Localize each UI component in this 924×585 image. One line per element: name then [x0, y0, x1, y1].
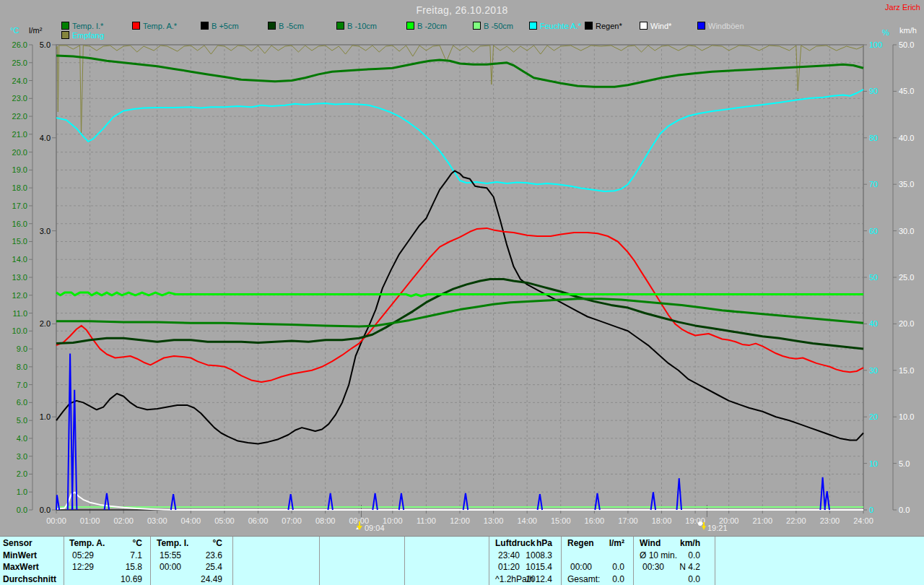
- table-col-wind: Windkm/h Ø 10 min.0.0 00:30N 4.2 0.0: [635, 537, 713, 585]
- table-label-minwert: MinWert: [3, 550, 62, 562]
- avg-value: 10.69: [121, 573, 142, 585]
- min-time: 05:29: [72, 550, 94, 562]
- svg-text:04:00: 04:00: [181, 516, 201, 525]
- svg-text:0.0: 0.0: [899, 506, 910, 514]
- min-value: 7.1: [130, 550, 142, 562]
- chart-gridlines: [56, 45, 863, 510]
- svg-text:2.0: 2.0: [17, 469, 27, 478]
- col-unit: km/h: [680, 537, 700, 550]
- svg-text:05:00: 05:00: [214, 516, 235, 525]
- svg-text:4.0: 4.0: [17, 434, 27, 443]
- min-value: 0.0: [688, 550, 700, 562]
- svg-text:5.0: 5.0: [899, 459, 910, 468]
- svg-text:40.0: 40.0: [899, 134, 914, 142]
- min-time: 15:55: [160, 550, 181, 562]
- svg-text:0.0: 0.0: [17, 506, 27, 514]
- max-value: 25.4: [206, 561, 222, 573]
- svg-text:02:00: 02:00: [113, 516, 134, 525]
- min-value: 1008.3: [526, 550, 552, 562]
- table-row-labels: Sensor MinWert MaxWert Durchschnitt: [3, 537, 62, 585]
- svg-text:7.0: 7.0: [17, 381, 27, 389]
- svg-text:11:00: 11:00: [417, 516, 436, 525]
- sunset-marker: 19:21: [697, 521, 728, 534]
- svg-text:10.0: 10.0: [899, 412, 914, 421]
- avg-value: 1012.4: [526, 573, 552, 585]
- svg-text:12.0: 12.0: [12, 291, 27, 300]
- svg-text:25.0: 25.0: [12, 58, 27, 67]
- svg-text:11.0: 11.0: [12, 309, 27, 318]
- svg-text:12:00: 12:00: [450, 516, 470, 525]
- svg-text:40: 40: [869, 319, 878, 328]
- table-col-temp-i: Temp. I.°C 15:5523.6 00:0025.4 24.49: [152, 537, 228, 585]
- max-value: N 4.2: [679, 561, 700, 573]
- svg-text:16:00: 16:00: [585, 516, 605, 525]
- svg-text:25.0: 25.0: [899, 273, 914, 282]
- sunset-icon: [697, 521, 707, 534]
- avg-value: 24.49: [201, 573, 222, 585]
- svg-text:01:00: 01:00: [80, 516, 100, 525]
- avg-value: 0.0: [612, 573, 624, 585]
- max-time: 01:20: [498, 561, 520, 573]
- svg-text:15.0: 15.0: [899, 366, 914, 375]
- svg-text:14:00: 14:00: [517, 516, 537, 525]
- col-unit: l/m²: [609, 537, 624, 550]
- max-time: 12:29: [72, 561, 94, 573]
- svg-text:21.0: 21.0: [12, 130, 27, 139]
- svg-text:18:00: 18:00: [652, 516, 672, 525]
- temp-axis-labels: 0.01.02.03.04.05.06.07.08.09.010.011.012…: [12, 40, 32, 514]
- svg-text:70: 70: [869, 180, 878, 188]
- svg-text:20: 20: [869, 412, 878, 421]
- svg-text:5.0: 5.0: [40, 40, 51, 49]
- svg-text:10.0: 10.0: [12, 326, 27, 335]
- min-time: 23:40: [498, 550, 520, 562]
- svg-text:22:00: 22:00: [786, 516, 806, 525]
- col-title: Wind: [640, 537, 661, 550]
- svg-text:18.0: 18.0: [12, 183, 27, 192]
- table-col-temp-a: Temp. A.°C 05:297.1 12:2915.8 10.69: [65, 537, 148, 585]
- svg-text:22.0: 22.0: [12, 112, 27, 121]
- svg-text:08:00: 08:00: [315, 516, 336, 525]
- col-title: Temp. I.: [157, 537, 188, 550]
- max-value: 0.0: [612, 561, 624, 573]
- svg-text:17:00: 17:00: [618, 516, 638, 525]
- svg-text:4.0: 4.0: [40, 134, 51, 142]
- svg-text:50: 50: [869, 273, 878, 282]
- sunrise-icon: [355, 521, 365, 534]
- svg-text:13.0: 13.0: [12, 273, 27, 282]
- svg-text:03:00: 03:00: [147, 516, 167, 525]
- svg-text:60: 60: [869, 227, 878, 235]
- svg-text:23:00: 23:00: [820, 516, 840, 525]
- col-unit: hPa: [536, 537, 552, 550]
- min-label: Ø 10 min.: [640, 550, 677, 562]
- weather-station-window: Freitag, 26.10.2018 Jarz Erich °C l/m² %…: [0, 0, 924, 585]
- svg-text:26.0: 26.0: [12, 40, 27, 49]
- max-time: 00:00: [570, 561, 592, 573]
- svg-text:24:00: 24:00: [853, 516, 873, 525]
- time-axis-labels: 00:0001:0002:0003:0004:0005:0006:0007:00…: [46, 510, 873, 525]
- sunset-time-label: 19:21: [707, 524, 728, 532]
- series-windboeen-spikes: [56, 354, 829, 510]
- svg-text:07:00: 07:00: [282, 516, 302, 525]
- sunrise-time-label: 09:04: [365, 524, 385, 532]
- table-col-luftdruck: LuftdruckhPa 23:401008.3 01:201015.4 ^1.…: [491, 537, 558, 585]
- svg-text:24.0: 24.0: [12, 77, 27, 85]
- svg-text:2.0: 2.0: [40, 319, 51, 328]
- svg-text:50.0: 50.0: [899, 40, 914, 49]
- table-label-sensor: Sensor: [3, 537, 62, 550]
- weather-chart-svg: 0.01.02.03.04.05.06.07.08.09.010.011.012…: [0, 0, 924, 536]
- svg-text:16.0: 16.0: [12, 220, 27, 228]
- svg-text:13:00: 13:00: [484, 516, 504, 525]
- chart-area: 0.01.02.03.04.05.06.07.08.09.010.011.012…: [0, 0, 924, 536]
- svg-text:1.0: 1.0: [40, 412, 51, 421]
- svg-text:19.0: 19.0: [12, 165, 27, 174]
- svg-text:5.0: 5.0: [17, 416, 27, 425]
- svg-text:3.0: 3.0: [40, 227, 51, 235]
- max-time: 00:30: [642, 561, 664, 573]
- svg-text:1.0: 1.0: [17, 488, 27, 496]
- svg-text:0.0: 0.0: [40, 506, 51, 514]
- svg-text:45.0: 45.0: [899, 87, 914, 95]
- table-label-durchschnitt: Durchschnitt: [3, 573, 62, 585]
- svg-text:15.0: 15.0: [12, 237, 27, 246]
- svg-text:23.0: 23.0: [12, 94, 27, 103]
- max-time: 00:00: [160, 561, 181, 573]
